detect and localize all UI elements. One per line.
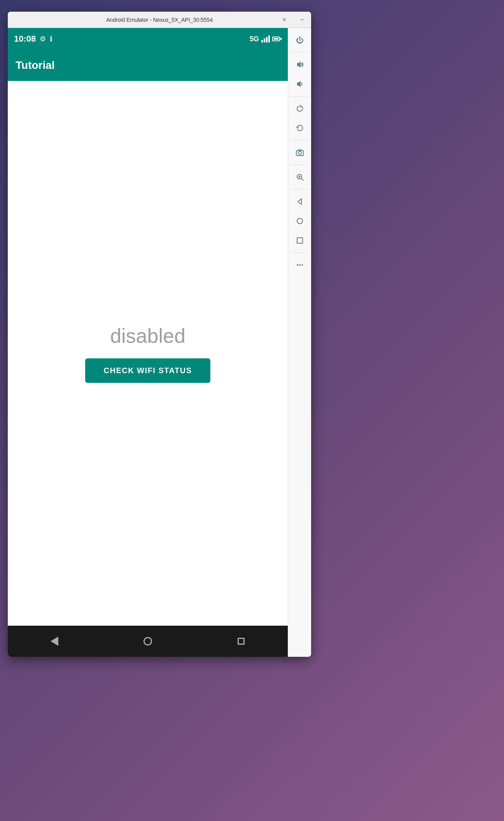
sidebar-divider-6 — [290, 253, 309, 253]
app-bar-title: Tutorial — [16, 59, 55, 72]
status-bar: 10:08 ⚙ ℹ 5G — [8, 28, 288, 50]
svg-marker-0 — [297, 61, 301, 68]
emulator-sidebar: ⏻ — [288, 28, 311, 657]
zoom-button[interactable] — [291, 168, 309, 186]
info-icon: ℹ — [50, 35, 52, 43]
svg-point-9 — [297, 218, 303, 224]
recents-icon — [296, 236, 304, 245]
power-button[interactable]: ⏻ — [291, 31, 309, 49]
close-button[interactable]: × — [275, 12, 293, 28]
main-area: 10:08 ⚙ ℹ 5G — [8, 28, 311, 657]
home-icon — [296, 217, 304, 225]
home-button[interactable] — [291, 212, 309, 230]
signal-bars-icon — [261, 35, 270, 42]
emulator-window: Android Emulator - Nexus_5X_API_30:5554 … — [8, 12, 311, 657]
sidebar-divider-1 — [290, 52, 309, 53]
rotate-portrait-icon — [296, 104, 304, 113]
title-bar: Android Emulator - Nexus_5X_API_30:5554 … — [8, 12, 311, 28]
more-icon — [296, 261, 304, 269]
svg-rect-10 — [297, 238, 303, 243]
battery-icon — [272, 37, 282, 41]
sidebar-divider-5 — [290, 189, 309, 189]
battery-body — [272, 37, 280, 41]
volume-up-button[interactable] — [291, 56, 309, 74]
status-time: 10:08 — [14, 34, 36, 44]
svg-marker-1 — [297, 81, 301, 87]
recents-nav-button[interactable] — [229, 630, 253, 653]
volume-down-icon — [296, 80, 304, 88]
battery-tip — [280, 38, 282, 40]
back-icon — [296, 197, 304, 206]
sidebar-divider-4 — [290, 165, 309, 165]
sidebar-divider-3 — [290, 140, 309, 140]
svg-point-12 — [299, 264, 301, 266]
recents-nav-icon — [238, 638, 245, 645]
volume-down-button[interactable] — [291, 75, 309, 93]
camera-icon — [296, 148, 304, 157]
zoom-icon — [296, 173, 304, 181]
gear-icon: ⚙ — [40, 35, 46, 43]
app-content: disabled CHECK WIFI STATUS — [8, 81, 288, 626]
svg-marker-8 — [298, 199, 301, 204]
phone-screen: 10:08 ⚙ ℹ 5G — [8, 28, 288, 657]
network-label: 5G — [250, 35, 259, 43]
wifi-status-text: disabled — [110, 324, 186, 347]
recents-button[interactable] — [291, 232, 309, 249]
svg-point-11 — [297, 264, 298, 266]
check-wifi-button[interactable]: CHECK WIFI STATUS — [85, 358, 211, 383]
title-bar-controls: × − — [275, 12, 311, 28]
nav-bar — [8, 626, 288, 657]
back-nav-button[interactable] — [43, 630, 66, 653]
rotate-landscape-icon — [296, 124, 304, 132]
volume-up-icon — [296, 60, 304, 69]
back-button[interactable] — [291, 193, 309, 211]
svg-point-3 — [298, 151, 301, 154]
home-nav-button[interactable] — [136, 630, 159, 653]
rotate-landscape-button[interactable] — [291, 119, 309, 137]
app-bar: Tutorial — [8, 50, 288, 81]
title-bar-text: Android Emulator - Nexus_5X_API_30:5554 — [106, 17, 213, 23]
camera-button[interactable] — [291, 144, 309, 161]
back-nav-icon — [51, 637, 58, 646]
rotate-portrait-button[interactable] — [291, 100, 309, 118]
status-left: 10:08 ⚙ ℹ — [14, 34, 52, 44]
status-right: 5G — [250, 35, 282, 43]
home-nav-icon — [144, 637, 152, 646]
svg-point-13 — [301, 264, 303, 266]
svg-line-5 — [301, 179, 303, 181]
minimize-button[interactable]: − — [293, 12, 311, 28]
more-button[interactable] — [291, 256, 309, 274]
sidebar-divider-2 — [290, 96, 309, 96]
battery-fill — [274, 38, 278, 40]
